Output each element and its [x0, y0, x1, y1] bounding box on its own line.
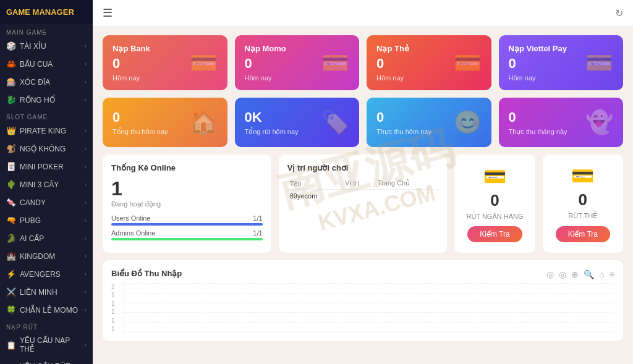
card-nap-viettel-value: 0: [509, 56, 567, 72]
card-tong-thu: 0 Tổng thu hôm nay 🏠: [103, 98, 227, 147]
card-tong-thu-sub: Tổng thu hôm nay: [113, 128, 168, 136]
card-thuc-thu-thang: 0 Thực thu tháng này 👻: [499, 98, 624, 147]
chevron-icon: ›: [85, 78, 87, 85]
col-trang-chu: Trang Chủ: [375, 177, 439, 190]
card-nap-viettel-icon: 💳: [585, 50, 613, 76]
chart-tool-2[interactable]: ◎: [559, 269, 566, 279]
rut-the-label: RÚT THẺ: [568, 212, 597, 220]
chevron-icon: ›: [85, 217, 87, 224]
refresh-button[interactable]: ↻: [615, 7, 623, 19]
sidebar-item-bau-cua[interactable]: 🦀 BẦU CUA ›: [0, 55, 93, 73]
card-thuc-thu-thang-icon: 👻: [585, 109, 613, 135]
col-vi-tri: Vị trí: [342, 177, 375, 190]
sidebar-item-lien-minh[interactable]: ⚔️ LIÊN MINH ›: [0, 283, 93, 301]
sidebar-item-label: NGỘ KHÔNG: [20, 145, 66, 153]
card-thuc-thu-value: 0: [376, 109, 431, 125]
chart-title: Biểu Đồ Thu Nhập: [111, 269, 182, 278]
card-nap-viettel-sub: Hôm nay: [509, 74, 567, 82]
chart-panel: Biểu Đồ Thu Nhập ◎ ◎ ⊕ 🔍 ⌂ ≡ 2 1 1 1 1 1: [103, 260, 623, 341]
online-stats-panel: Thống Kê Online 1 Đang hoạt động Users O…: [103, 154, 271, 253]
card-nap-momo-sub: Hôm nay: [245, 74, 286, 82]
chevron-icon: ›: [85, 199, 87, 206]
admins-online-fill: [111, 238, 263, 240]
player-page: [375, 190, 439, 203]
sidebar-item-mini-poker[interactable]: 🃏 MINI POKER ›: [0, 158, 93, 176]
sidebar-item-rong-ho[interactable]: 🐉 RỒNG HỔ ›: [0, 91, 93, 109]
chart-tool-4[interactable]: 🔍: [584, 269, 594, 279]
sidebar-section-slot: SLOT GAME: [0, 109, 93, 122]
sidebar-item-label: AI CẤP: [20, 234, 44, 243]
rut-ngan-hang-panel: 💳 0 RÚT NGÂN HÀNG Kiểm Tra: [454, 154, 535, 253]
player-position-panel: Vị trí người chơi Tên Vị trí Trang Chủ 8…: [279, 154, 448, 253]
sidebar-item-candy[interactable]: 🍬 CANDY ›: [0, 193, 93, 211]
card-tong-rut-value: 0K: [245, 109, 299, 125]
card-nap-the-title: Nạp Thẻ: [376, 44, 409, 53]
users-online-track: [111, 223, 263, 226]
sidebar-item-ngo-khong[interactable]: 🐒 NGỘ KHÔNG ›: [0, 140, 93, 158]
sidebar-item-label: PUBG: [20, 216, 41, 225]
rut-the-panel: 💳 0 RÚT THẺ Kiểm Tra: [543, 154, 623, 253]
chevron-icon: ›: [85, 235, 87, 242]
rut-the-check-button[interactable]: Kiểm Tra: [556, 226, 610, 242]
ai-cap-icon: 🐊: [6, 234, 16, 243]
chevron-icon: ›: [85, 145, 87, 152]
chart-tool-6[interactable]: ≡: [610, 269, 614, 279]
gridline-3: [124, 312, 614, 313]
sidebar: GAME MANAGER MAIN GAME 🎲 TÀI XỈU › 🦀 BẦU…: [0, 0, 93, 364]
chart-yaxis: 2 1 1 1 1 1: [111, 283, 119, 332]
rut-ngan-hang-icon: 💳: [483, 166, 506, 187]
gridline-4: [124, 322, 614, 323]
users-online-value: 1/1: [253, 214, 262, 222]
chart-tool-5[interactable]: ⌂: [599, 269, 604, 279]
sidebar-item-yeu-cau-nap-the[interactable]: 📋 YÊU CẦU NẠP THẺ ›: [0, 332, 93, 358]
kingdom-icon: 🏰: [6, 252, 16, 261]
chart-tool-3[interactable]: ⊕: [571, 269, 579, 279]
sidebar-item-kingdom[interactable]: 🏰 KINGDOM ›: [0, 247, 93, 265]
sidebar-item-label: BẦU CUA: [20, 60, 53, 69]
chevron-icon: ›: [85, 163, 87, 170]
card-tong-rut-icon: 🏷️: [321, 109, 349, 135]
gridline-1: [124, 293, 614, 294]
bau-cua-icon: 🦀: [6, 59, 16, 69]
rong-ho-icon: 🐉: [6, 95, 16, 104]
sidebar-item-xoc-dia[interactable]: 🎰 XÓC ĐĨA ›: [0, 73, 93, 91]
table-row: 89yecom: [287, 190, 439, 203]
y-label-1b: 1: [111, 300, 115, 307]
sidebar-item-mini-3-cay[interactable]: 🌵 MINI 3 CÂY ›: [0, 176, 93, 193]
card-tong-thu-icon: 🏠: [190, 109, 218, 135]
sidebar-item-label: KINGDOM: [20, 252, 55, 261]
card-nap-bank-sub: Hôm nay: [113, 74, 150, 82]
sidebar-item-yeu-cau-rut-the[interactable]: 📋 YÊU CẦU RÚT THẺ ›: [0, 358, 93, 364]
main-content: ☰ ↻ Nạp Bank 0 Hôm nay 💳 Nạp Momo 0 Hôm …: [93, 0, 633, 364]
card-nap-the-sub: Hôm nay: [376, 74, 409, 82]
rut-the-value: 0: [579, 190, 587, 210]
sidebar-item-pubg[interactable]: 🔫 PUBG ›: [0, 211, 93, 229]
sidebar-section-main: MAIN GAME: [0, 24, 93, 37]
sidebar-item-avengers[interactable]: ⚡ AVENGERS ›: [0, 265, 93, 283]
admins-online-label: Admins Online: [111, 229, 156, 237]
card-nap-the-value: 0: [376, 56, 409, 72]
card-tong-thu-value: 0: [113, 109, 168, 125]
chart-tool-1[interactable]: ◎: [546, 269, 554, 279]
menu-toggle-button[interactable]: ☰: [103, 6, 113, 20]
y-label-1d: 1: [111, 317, 115, 324]
sidebar-item-label: PIRATE KING: [20, 127, 66, 135]
tai-xiu-icon: 🎲: [6, 41, 16, 51]
lower-grid: Thống Kê Online 1 Đang hoạt động Users O…: [93, 147, 633, 253]
y-label-2: 2: [111, 283, 115, 290]
card-thuc-thu-sub: Thực thu hôm nay: [376, 128, 431, 136]
sidebar-item-chan-le-momo[interactable]: 🍀 CHẴN LẺ MOMO ›: [0, 301, 93, 319]
rut-ngan-hang-label: RÚT NGÂN HÀNG: [466, 213, 523, 220]
sidebar-item-pirate-king[interactable]: 👑 PIRATE KING ›: [0, 122, 93, 140]
chart-area: 2 1 1 1 1 1: [111, 283, 614, 332]
card-nap-bank-title: Nạp Bank: [113, 44, 150, 53]
rut-ngan-hang-value: 0: [490, 191, 499, 210]
rut-ngan-hang-check-button[interactable]: Kiểm Tra: [467, 226, 522, 242]
sidebar-item-ai-cap[interactable]: 🐊 AI CẤP ›: [0, 229, 93, 247]
sidebar-item-tai-xiu[interactable]: 🎲 TÀI XỈU ›: [0, 37, 93, 55]
card-nap-momo-title: Nạp Momo: [245, 44, 286, 53]
chevron-icon: ›: [85, 289, 87, 295]
xoc-dia-icon: 🎰: [6, 77, 16, 87]
sidebar-item-label: AVENGERS: [20, 270, 61, 279]
card-thuc-thu-thang-value: 0: [509, 109, 567, 125]
